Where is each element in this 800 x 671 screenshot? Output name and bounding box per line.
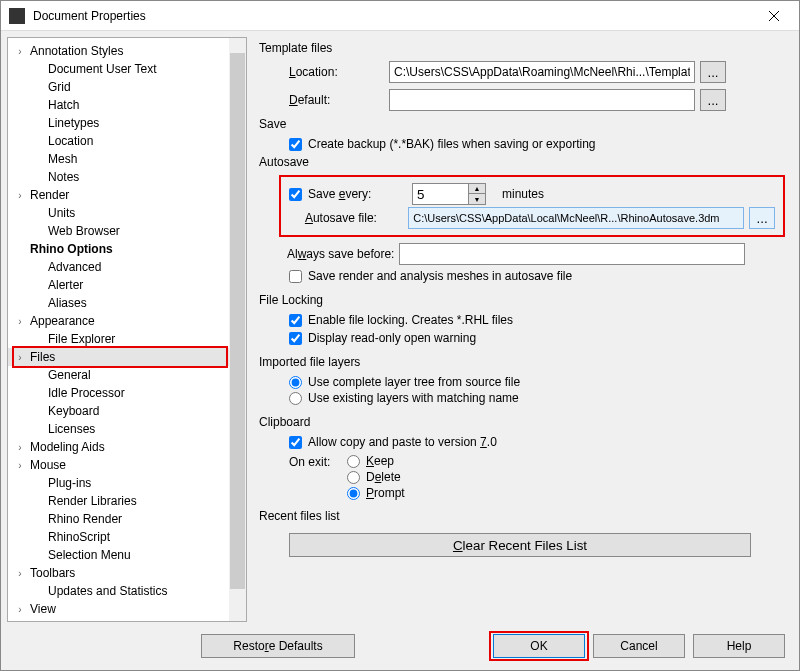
expand-icon[interactable]: › (14, 46, 26, 57)
tree-item-label: Location (48, 134, 93, 148)
tree-item-aliases[interactable]: Aliases (8, 294, 246, 312)
expand-icon[interactable]: › (14, 604, 26, 615)
onexit-prompt-radio[interactable] (347, 487, 360, 500)
clear-recent-button[interactable]: Clear Recent Files List (289, 533, 751, 557)
create-backup-checkbox[interactable] (289, 138, 302, 151)
onexit-prompt-label: Prompt (366, 486, 405, 500)
tree-item-rhino-options[interactable]: Rhino Options (8, 240, 246, 258)
app-icon (9, 8, 25, 24)
tree-item-updates-and-statistics[interactable]: Updates and Statistics (8, 582, 246, 600)
expand-icon[interactable]: › (14, 442, 26, 453)
layers-complete-radio[interactable] (289, 376, 302, 389)
tree-item-keyboard[interactable]: Keyboard (8, 402, 246, 420)
tree-item-licenses[interactable]: Licenses (8, 420, 246, 438)
location-input[interactable] (389, 61, 695, 83)
tree-item-view[interactable]: ›View (8, 600, 246, 618)
save-render-mesh-checkbox[interactable] (289, 270, 302, 283)
always-save-input[interactable] (399, 243, 745, 265)
tree-item-linetypes[interactable]: Linetypes (8, 114, 246, 132)
tree-item-label: Units (48, 206, 75, 220)
scrollbar-thumb[interactable] (230, 53, 245, 589)
tree-item-plug-ins[interactable]: Plug-ins (8, 474, 246, 492)
tree-item-idle-processor[interactable]: Idle Processor (8, 384, 246, 402)
template-section: Template files (259, 41, 785, 55)
expand-icon[interactable]: › (14, 460, 26, 471)
tree-item-general[interactable]: General (8, 366, 246, 384)
save-section: Save (259, 117, 785, 131)
window-title: Document Properties (33, 9, 751, 23)
tree-item-label: Notes (48, 170, 79, 184)
save-render-mesh-label: Save render and analysis meshes in autos… (308, 269, 572, 283)
autosave-browse-button[interactable]: ... (749, 207, 775, 229)
tree-item-render[interactable]: ›Render (8, 186, 246, 204)
dialog-footer: Restore Defaults OK Cancel Help (1, 626, 799, 670)
ok-button[interactable]: OK (493, 634, 585, 658)
layers-existing-radio[interactable] (289, 392, 302, 405)
cancel-button[interactable]: Cancel (593, 634, 685, 658)
clipboard-section: Clipboard (259, 415, 785, 429)
restore-defaults-button[interactable]: Restore Defaults (201, 634, 355, 658)
default-browse-button[interactable]: ... (700, 89, 726, 111)
tree-item-alerter[interactable]: Alerter (8, 276, 246, 294)
onexit-keep-radio[interactable] (347, 455, 360, 468)
spinner-up[interactable]: ▲ (469, 184, 485, 194)
tree-item-rhinoscript[interactable]: RhinoScript (8, 528, 246, 546)
tree-item-label: Aliases (48, 296, 87, 310)
readonly-warning-checkbox[interactable] (289, 332, 302, 345)
expand-icon[interactable]: › (14, 352, 26, 363)
ok-label: OK (530, 639, 547, 653)
tree-item-document-user-text[interactable]: Document User Text (8, 60, 246, 78)
autosave-file-label: Autosave file: (305, 211, 408, 225)
tree-item-label: Files (30, 350, 55, 364)
tree-item-hatch[interactable]: Hatch (8, 96, 246, 114)
dialog-body: ›Annotation StylesDocument User TextGrid… (1, 31, 799, 626)
close-button[interactable] (751, 1, 797, 31)
expand-icon[interactable]: › (14, 568, 26, 579)
tree-item-appearance[interactable]: ›Appearance (8, 312, 246, 330)
tree-item-files[interactable]: ›Files (8, 348, 246, 366)
tree-item-location[interactable]: Location (8, 132, 246, 150)
expand-icon[interactable]: › (14, 316, 26, 327)
tree-item-label: Alerter (48, 278, 83, 292)
layers-existing-label: Use existing layers with matching name (308, 391, 519, 405)
tree-item-notes[interactable]: Notes (8, 168, 246, 186)
save-every-checkbox[interactable] (289, 188, 302, 201)
tree-item-web-browser[interactable]: Web Browser (8, 222, 246, 240)
save-every-input[interactable] (412, 183, 468, 205)
expand-icon[interactable]: › (14, 190, 26, 201)
tree-item-annotation-styles[interactable]: ›Annotation Styles (8, 42, 246, 60)
tree-item-label: Licenses (48, 422, 95, 436)
tree-item-advanced[interactable]: Advanced (8, 258, 246, 276)
save-every-spinner[interactable]: ▲ ▼ (412, 183, 486, 205)
default-input[interactable] (389, 89, 695, 111)
tree-item-file-explorer[interactable]: File Explorer (8, 330, 246, 348)
help-button[interactable]: Help (693, 634, 785, 658)
allow-paste-checkbox[interactable] (289, 436, 302, 449)
location-browse-button[interactable]: ... (700, 61, 726, 83)
tree-item-mouse[interactable]: ›Mouse (8, 456, 246, 474)
tree-item-label: View (30, 602, 56, 616)
readonly-warning-label: Display read-only open warning (308, 331, 476, 345)
tree-item-label: Rhino Options (30, 242, 113, 256)
tree-item-label: Mesh (48, 152, 77, 166)
enable-locking-checkbox[interactable] (289, 314, 302, 327)
sidebar-scrollbar[interactable] (229, 38, 246, 621)
tree-item-selection-menu[interactable]: Selection Menu (8, 546, 246, 564)
tree-item-modeling-aids[interactable]: ›Modeling Aids (8, 438, 246, 456)
options-tree[interactable]: ›Annotation StylesDocument User TextGrid… (7, 37, 247, 622)
tree-item-render-libraries[interactable]: Render Libraries (8, 492, 246, 510)
minutes-label: minutes (502, 187, 544, 201)
tree-item-rhino-render[interactable]: Rhino Render (8, 510, 246, 528)
onexit-delete-radio[interactable] (347, 471, 360, 484)
tree-item-grid[interactable]: Grid (8, 78, 246, 96)
spinner-down[interactable]: ▼ (469, 194, 485, 204)
tree-item-mesh[interactable]: Mesh (8, 150, 246, 168)
tree-item-label: Render (30, 188, 69, 202)
autosave-file-input[interactable] (408, 207, 744, 229)
tree-item-units[interactable]: Units (8, 204, 246, 222)
tree-item-label: Updates and Statistics (48, 584, 167, 598)
tree-item-label: Advanced (48, 260, 101, 274)
settings-panel: Template files Location: ... Default: ..… (249, 31, 799, 626)
tree-item-label: Hatch (48, 98, 79, 112)
tree-item-toolbars[interactable]: ›Toolbars (8, 564, 246, 582)
